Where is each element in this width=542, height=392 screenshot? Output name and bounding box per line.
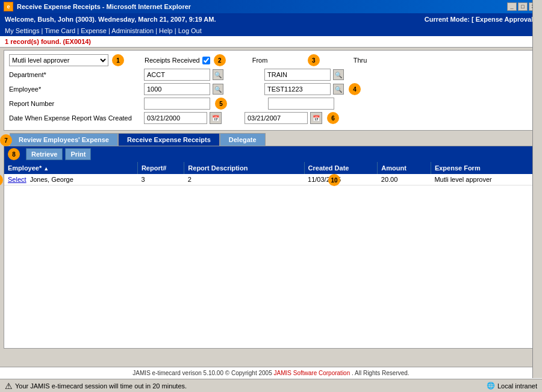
receipts-received-checkbox[interactable]: [202, 57, 210, 64]
scrollbar[interactable]: [532, 0, 542, 378]
col-report-num: Report#: [137, 162, 184, 174]
emp-thru-search-button[interactable]: 🔍: [333, 84, 344, 95]
nav-time-card[interactable]: Time Card: [45, 27, 75, 34]
dept-thru-input[interactable]: [264, 69, 331, 81]
select-link[interactable]: Select: [8, 176, 26, 183]
emp-from-search-button[interactable]: 🔍: [213, 84, 223, 95]
app-icon: e: [4, 2, 13, 11]
zone-label: Local intranet: [497, 382, 537, 390]
nav-log-out[interactable]: Log Out: [178, 27, 202, 34]
nav-administration[interactable]: Administration: [111, 27, 154, 34]
approver-type-select[interactable]: Mutli level approver Single level approv…: [9, 54, 108, 66]
annotation-1: 1: [112, 54, 124, 66]
expense-form-cell: Mutli level approver: [431, 174, 537, 185]
tab-list: 7 Review Employees' Expense Receive Expe…: [4, 133, 538, 146]
footer-text-end: . All Rights Reserved.: [352, 370, 410, 376]
date-from-input[interactable]: [144, 112, 207, 124]
report-desc-cell: 10 2: [184, 174, 304, 185]
created-date-cell: 11/03/2005: [304, 174, 378, 185]
nav-bar: My Settings | Time Card | Expense | Admi…: [0, 25, 542, 36]
retrieve-button[interactable]: Retrieve: [26, 148, 63, 160]
title-bar: e Receive Expense Receipts - Microsoft I…: [0, 0, 542, 13]
emp-label: Employee*: [9, 86, 142, 93]
table-empty-area: [4, 185, 538, 348]
from-label: From: [252, 57, 270, 64]
status-icon: ⚠: [5, 381, 13, 391]
report-thru-input[interactable]: [268, 98, 334, 110]
date-label: Date When Expense Report Was Created: [9, 114, 142, 122]
select-cell: 9 Select Jones, George: [4, 174, 137, 185]
date-thru-calendar-button[interactable]: 📅: [310, 112, 322, 124]
footer-text: JAMIS e-timecard verison 5.10.00 © Copyr…: [132, 370, 273, 376]
receipts-received-label: Receipts Received: [145, 57, 210, 64]
dept-thru-search-button[interactable]: 🔍: [333, 69, 344, 80]
sort-arrow-employee: ▲: [43, 166, 49, 172]
annotation-6: 6: [327, 112, 339, 124]
nav-expense[interactable]: Expense: [81, 27, 107, 34]
dept-label: Department*: [9, 71, 142, 78]
col-report-desc: Report Description: [184, 162, 304, 174]
status-strip-message: Your JAMIS e-timecard session will time …: [15, 382, 187, 390]
nav-my-settings[interactable]: My Settings: [5, 27, 39, 34]
footer-link[interactable]: JAMIS Software Corporation: [274, 370, 350, 376]
dept-from-input[interactable]: [144, 69, 210, 81]
annotation-2: 2: [214, 54, 226, 66]
current-mode: Current Mode: [ Expense Approval ]: [425, 16, 537, 23]
status-bar: 1 record(s) found. (EX0014): [0, 36, 542, 48]
annotation-7: 7: [0, 134, 12, 146]
window-title: Receive Expense Receipts - Microsoft Int…: [17, 3, 191, 10]
dept-from-search-button[interactable]: 🔍: [213, 69, 223, 80]
zone-icon: 🌐: [487, 382, 495, 390]
expense-table: Employee* ▲ Report# Report Description C…: [4, 162, 538, 185]
emp-from-input[interactable]: [144, 83, 210, 95]
report-from-input[interactable]: [144, 98, 210, 110]
tab-receive-expense-receipts[interactable]: Receive Expense Receipts: [118, 133, 220, 146]
report-label: Report Number: [9, 100, 142, 107]
date-thru-input[interactable]: [245, 112, 308, 124]
employee-name: Jones, George: [30, 176, 73, 183]
annotation-3: 3: [308, 54, 320, 66]
annotation-4: 4: [349, 83, 361, 95]
tab-review-employees-expense[interactable]: Review Employees' Expense: [10, 133, 118, 146]
annotation-9: 9: [0, 174, 3, 186]
col-created-date: Created Date: [304, 162, 378, 174]
table-section: 8 Retrieve Print Employee* ▲ Report# Rep…: [4, 146, 538, 349]
col-employee: Employee* ▲: [4, 162, 137, 174]
tab-delegate[interactable]: Delegate: [220, 133, 266, 146]
maximize-button[interactable]: □: [518, 2, 528, 11]
welcome-bar: Welcome, Bush, John (3003). Wednesday, M…: [0, 13, 542, 25]
status-strip: ⚠ Your JAMIS e-timecard session will tim…: [0, 379, 542, 392]
col-expense-form: Expense Form: [431, 162, 537, 174]
tabs-container: 7 Review Employees' Expense Receive Expe…: [4, 133, 538, 146]
status-message: 1 record(s) found. (EX0014): [5, 38, 91, 45]
report-num-cell: 3: [137, 174, 184, 185]
minimize-button[interactable]: _: [507, 2, 517, 11]
table-toolbar: 8 Retrieve Print: [4, 146, 538, 162]
annotation-10: 10: [328, 174, 340, 186]
emp-thru-input[interactable]: [264, 83, 331, 95]
thru-label: Thru: [354, 57, 375, 64]
date-from-calendar-button[interactable]: 📅: [210, 112, 222, 124]
amount-cell: 20.00: [378, 174, 431, 185]
filter-section: Mutli level approver Single level approv…: [4, 50, 538, 131]
annotation-8: 8: [8, 148, 20, 160]
annotation-5: 5: [215, 98, 227, 110]
print-button[interactable]: Print: [65, 148, 91, 160]
table-row: 9 Select Jones, George 3 10 2 11/03/2005…: [4, 174, 538, 185]
col-amount: Amount: [378, 162, 431, 174]
nav-help[interactable]: Help: [159, 27, 173, 34]
welcome-text: Welcome, Bush, John (3003). Wednesday, M…: [5, 16, 216, 23]
page-footer: JAMIS e-timecard verison 5.10.00 © Copyr…: [0, 367, 542, 379]
